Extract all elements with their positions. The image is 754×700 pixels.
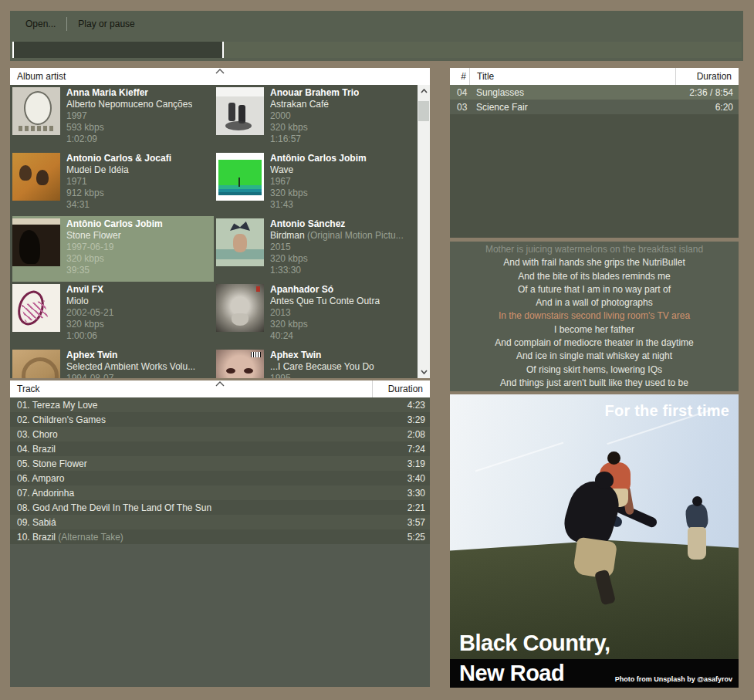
album-year: 1967 (270, 176, 367, 188)
figure-person2-head (692, 496, 702, 506)
toolbar-separator (66, 17, 67, 31)
album-year: 2002-05-21 (66, 307, 113, 319)
album-scrollbar[interactable] (418, 85, 430, 378)
album-title: Mudei De Idéia (66, 164, 171, 176)
album-artist: Aphex Twin (66, 350, 195, 361)
album-year: 2013 (270, 307, 380, 319)
album-title: Astrakan Café (270, 99, 359, 110)
album-duration: 40:24 (270, 330, 380, 342)
lyric-line: And the bite of its blades reminds me (450, 270, 739, 283)
album-artist: Antonio Sánchez (270, 218, 404, 230)
track-title: 04. Brazil (17, 444, 401, 455)
track-row[interactable]: 04. Brazil 7:24 (10, 441, 430, 456)
album-cell[interactable]: Antonio Sánchez Birdman (Original Motion… (216, 216, 418, 282)
album-duration: 31:43 (270, 199, 367, 211)
album-title: ...I Care Because You Do (270, 361, 374, 373)
album-bitrate: 912 kbps (66, 188, 171, 199)
column-header-duration[interactable]: Duration (675, 68, 739, 85)
album-title: Wave (270, 164, 367, 176)
lyric-line: And with frail hands she grips the Nutri… (450, 256, 739, 269)
album-meta: Anouar Brahem Trio Astrakan Café 2000 32… (270, 86, 359, 150)
lyric-line: And complain of mediocre theater in the … (450, 336, 739, 350)
figure-man-head (595, 472, 614, 489)
album-meta: Aphex Twin Selected Ambient Works Volu..… (66, 349, 195, 378)
playlist-panel: # Title Duration 04 Sunglasses 2:36 / 8:… (450, 68, 739, 238)
track-row[interactable]: 06. Amparo 3:40 (10, 471, 430, 485)
track-row[interactable]: 09. Sabiá 3:57 (10, 515, 430, 529)
track-duration: 2:08 (407, 429, 425, 440)
scroll-down-icon[interactable] (418, 366, 430, 378)
seekbar[interactable] (12, 42, 742, 58)
album-cell[interactable]: Apanhador Só Antes Que Tu Conte Outra 20… (216, 282, 418, 347)
album-cell[interactable]: Antônio Carlos Jobim Wave 1967 320 kbps … (216, 150, 418, 216)
column-header-duration[interactable]: Duration (372, 380, 430, 397)
column-header-number[interactable]: # (450, 68, 469, 85)
album-cover (12, 284, 60, 332)
open-button[interactable]: Open... (18, 15, 63, 32)
lyric-line: And things just aren't built like they u… (450, 377, 739, 390)
album-artist: Aphex Twin (270, 350, 374, 361)
track-duration: 3:40 (407, 473, 425, 484)
album-cell[interactable]: Anvil FX Miolo 2002-05-21 320 kbps 1:00:… (12, 282, 214, 347)
play-pause-button[interactable]: Play or pause (70, 15, 142, 32)
album-artist: Anouar Brahem Trio (270, 87, 359, 99)
album-cell[interactable]: Aphex Twin Selected Ambient Works Volu..… (12, 347, 214, 378)
lyrics-lines: Mother is juicing watermelons on the bre… (450, 242, 739, 391)
album-meta: Antonio Carlos & Jocafi Mudei De Idéia 1… (66, 152, 171, 216)
album-title: Miolo (66, 296, 113, 307)
playlist-row[interactable]: 04 Sunglasses 2:36 / 8:54 (450, 85, 739, 100)
album-artist: Apanhador Só (270, 284, 380, 296)
album-meta: Antônio Carlos Jobim Stone Flower 1997-0… (66, 218, 163, 282)
album-cell[interactable]: Antônio Carlos Jobim Stone Flower 1997-0… (12, 216, 214, 282)
album-cover (12, 153, 60, 201)
album-duration: 39:35 (66, 265, 163, 276)
lyric-line: Of a future that I am in no way part of (450, 283, 739, 296)
track-title: Science Fair (469, 102, 675, 113)
track-title: 05. Stone Flower (17, 458, 401, 469)
track-row[interactable]: 08. God And The Devil In The Land Of The… (10, 500, 430, 515)
album-meta: Aphex Twin ...I Care Because You Do 1995 (270, 349, 374, 378)
seekbar-elapsed (12, 42, 224, 58)
scrollbar-thumb[interactable] (418, 101, 429, 121)
track-row[interactable]: 02. Children's Games 3:29 (10, 412, 430, 427)
album-cell[interactable]: Anouar Brahem Trio Astrakan Café 2000 32… (216, 85, 418, 150)
album-cover (216, 284, 264, 332)
album-year: 1994-08-07 (66, 373, 195, 378)
track-row[interactable]: 03. Choro 2:08 (10, 427, 430, 441)
album-meta: Antônio Carlos Jobim Wave 1967 320 kbps … (270, 152, 367, 216)
album-year: 1997 (66, 110, 192, 122)
album-browser-panel: Album artist Anna Maria Kieffer Alberto … (10, 68, 430, 378)
lyric-line: And ice in single malt whiskey at night (450, 350, 739, 363)
track-row[interactable]: 05. Stone Flower 3:19 (10, 456, 430, 471)
album-art-panel: For the first time Black Country, New Ro… (450, 394, 739, 688)
album-meta: Apanhador Só Antes Que Tu Conte Outra 20… (270, 283, 380, 347)
album-cover (216, 153, 264, 201)
toolbar: Open... Play or pause (10, 11, 743, 61)
playlist-row[interactable]: 03 Science Fair 6:20 (450, 100, 739, 114)
album-art-artist-line2: New Road (459, 661, 564, 686)
album-bitrate: 320 kbps (270, 319, 380, 330)
track-duration: 2:21 (407, 502, 425, 513)
album-year: 2015 (270, 242, 404, 253)
album-year: 1997-06-19 (66, 242, 163, 253)
album-cell[interactable]: Antonio Carlos & Jocafi Mudei De Idéia 1… (12, 150, 214, 216)
album-bitrate: 320 kbps (66, 319, 113, 330)
track-duration: 2:36 / 8:54 (675, 87, 739, 98)
album-cell[interactable]: Anna Maria Kieffer Alberto Nepomuceno Ca… (12, 85, 214, 150)
track-duration: 5:25 (407, 532, 425, 543)
album-artist: Anna Maria Kieffer (66, 87, 192, 99)
track-row[interactable]: 07. Andorinha 3:30 (10, 485, 430, 500)
track-rows: 01. Tereza My Love 4:23 02. Children's G… (10, 397, 430, 544)
album-browser-header: Album artist (10, 68, 430, 85)
column-header-track[interactable]: Track (10, 380, 372, 397)
track-row[interactable]: 10. Brazil (Alternate Take) 5:25 (10, 529, 430, 544)
collapse-chevron-icon[interactable] (215, 69, 225, 74)
lyric-line: Of rising skirt hems, lowering IQs (450, 364, 739, 377)
column-header-title[interactable]: Title (469, 68, 675, 85)
album-title: Antes Que Tu Conte Outra (270, 296, 380, 307)
album-cover (216, 350, 264, 378)
scroll-up-icon[interactable] (418, 85, 430, 97)
collapse-chevron-icon[interactable] (215, 381, 225, 387)
album-cell[interactable]: Aphex Twin ...I Care Because You Do 1995 (216, 347, 418, 378)
track-row[interactable]: 01. Tereza My Love 4:23 (10, 397, 430, 412)
